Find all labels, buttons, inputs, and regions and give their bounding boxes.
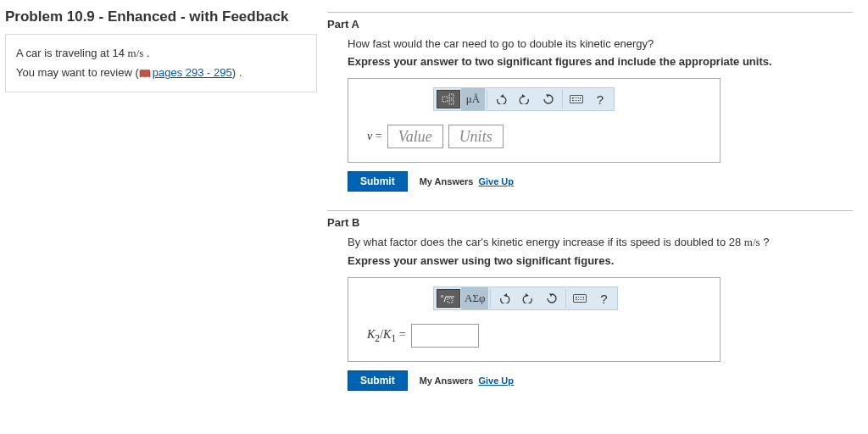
part-b-instructions: Express your answer using two significan… xyxy=(348,254,853,267)
review-link[interactable]: pages 293 - 295 xyxy=(153,66,232,79)
keyboard-icon[interactable] xyxy=(568,287,592,309)
svg-rect-2 xyxy=(449,100,453,104)
svg-rect-1 xyxy=(449,94,453,98)
problem-title: Problem 10.9 - Enhanced - with Feedback xyxy=(5,8,317,25)
undo-icon[interactable] xyxy=(492,287,516,309)
part-a-instructions: Express your answer to two significant f… xyxy=(348,55,853,68)
keyboard-icon[interactable] xyxy=(565,88,588,110)
submit-button[interactable]: Submit xyxy=(348,370,408,391)
reset-icon[interactable] xyxy=(540,287,564,309)
svg-text:o: o xyxy=(441,293,444,298)
unit-text: m/s xyxy=(128,47,144,59)
divider xyxy=(327,210,853,211)
ratio-label: K2/K1 = xyxy=(367,328,406,344)
part-b-question: By what factor does the car's kinetic en… xyxy=(348,236,853,249)
toolbar-separator xyxy=(490,289,491,308)
part-a-toolbar: μÅ ? xyxy=(433,87,615,111)
undo-icon[interactable] xyxy=(489,88,513,110)
submit-button[interactable]: Submit xyxy=(348,171,408,192)
problem-text: A car is traveling at 14 xyxy=(16,47,128,59)
part-b-header: Part B xyxy=(327,216,853,229)
templates-button[interactable]: o xyxy=(437,289,460,308)
redo-icon[interactable] xyxy=(516,287,540,309)
problem-text: . xyxy=(143,47,149,59)
give-up-link[interactable]: Give Up xyxy=(478,376,514,386)
templates-button[interactable] xyxy=(437,90,460,108)
part-a-header: Part A xyxy=(327,18,853,31)
toolbar-separator xyxy=(565,289,566,308)
units-button[interactable]: μÅ xyxy=(461,88,485,110)
toolbar-separator xyxy=(487,90,487,108)
give-up-link[interactable]: Give Up xyxy=(478,176,514,186)
part-b-answer-area: o ΑΣφ ? K2/K1 = xyxy=(348,277,721,362)
review-text: ) . xyxy=(232,66,242,79)
book-icon xyxy=(139,70,151,78)
redo-icon[interactable] xyxy=(513,88,537,110)
value-input[interactable]: Value xyxy=(387,125,443,148)
problem-statement: A car is traveling at 14 m/s . You may w… xyxy=(5,34,317,92)
review-text: You may want to review ( xyxy=(16,66,139,79)
my-answers-link[interactable]: My Answers xyxy=(420,376,474,386)
part-b-toolbar: o ΑΣφ ? xyxy=(433,287,618,310)
reset-icon[interactable] xyxy=(537,88,560,110)
help-icon[interactable]: ? xyxy=(588,88,612,110)
units-input[interactable]: Units xyxy=(448,125,504,148)
svg-rect-4 xyxy=(448,298,453,303)
toolbar-separator xyxy=(562,90,563,108)
divider xyxy=(327,12,853,13)
variable-label: v = xyxy=(367,130,382,143)
svg-rect-0 xyxy=(442,97,448,102)
greek-button[interactable]: ΑΣφ xyxy=(461,287,488,309)
part-a-answer-area: μÅ ? v = Value Units xyxy=(348,78,721,163)
help-icon[interactable]: ? xyxy=(592,287,615,309)
ratio-input[interactable] xyxy=(411,324,479,348)
part-a-question: How fast would the car need to go to dou… xyxy=(348,37,853,50)
my-answers-link[interactable]: My Answers xyxy=(420,176,474,186)
